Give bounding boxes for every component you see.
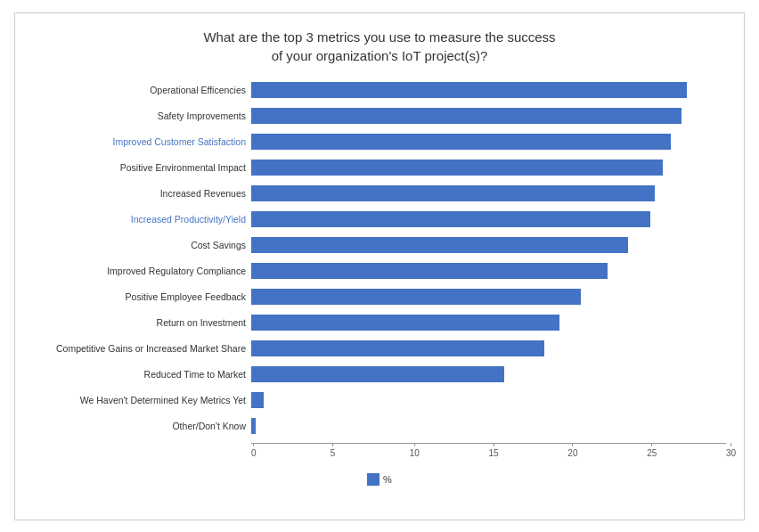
x-axis-area: 051015202530 — [251, 443, 726, 470]
bar-fill — [251, 82, 687, 98]
bar-track — [251, 263, 726, 279]
x-tick: 10 — [410, 443, 420, 458]
bar-track — [251, 82, 726, 98]
bar-fill — [251, 289, 581, 305]
bar-label: Increased Revenues — [33, 188, 251, 199]
bar-fill — [251, 263, 608, 279]
bar-label: Positive Environmental Impact — [33, 162, 251, 173]
bar-fill — [251, 237, 628, 253]
x-tick-label: 10 — [410, 448, 420, 458]
chart-title: What are the top 3 metrics you use to me… — [33, 28, 726, 65]
bar-label: Other/Don't Know — [33, 421, 251, 431]
bar-track — [251, 315, 726, 331]
x-tick-line — [253, 443, 254, 446]
x-tick-label: 30 — [726, 448, 736, 458]
bar-fill — [251, 392, 264, 408]
bar-track — [251, 211, 726, 227]
bar-row: Increased Productivity/Yield — [33, 207, 726, 232]
chart-area: Operational EfficenciesSafety Improvemen… — [33, 78, 726, 486]
bar-row: Safety Improvements — [33, 103, 726, 128]
bar-row: Improved Customer Satisfaction — [33, 129, 726, 154]
x-tick-line — [730, 443, 731, 446]
bar-fill — [251, 366, 504, 382]
x-tick-label: 20 — [567, 448, 577, 458]
bar-track — [251, 185, 726, 201]
bar-label: Improved Customer Satisfaction — [33, 136, 251, 147]
bar-row: Other/Don't Know — [33, 413, 726, 438]
x-tick-line — [651, 443, 652, 446]
bar-track — [251, 237, 726, 253]
x-tick-label: 25 — [647, 448, 657, 458]
bar-row: Competitive Gains or Increased Market Sh… — [33, 336, 726, 361]
bar-fill — [251, 160, 663, 176]
bar-chart: Operational EfficenciesSafety Improvemen… — [33, 78, 726, 439]
bar-fill — [251, 211, 650, 227]
bar-label: Increased Productivity/Yield — [33, 214, 251, 225]
bar-track — [251, 108, 726, 124]
bar-fill — [251, 185, 655, 201]
bar-label: Reduced Time to Market — [33, 369, 251, 380]
x-tick-line — [414, 443, 415, 446]
bar-row: Cost Savings — [33, 233, 726, 258]
x-tick-label: 0 — [251, 448, 257, 458]
bar-label: Return on Investment — [33, 317, 251, 328]
legend-area: % — [33, 473, 726, 486]
bar-row: Increased Revenues — [33, 181, 726, 206]
bar-fill — [251, 315, 559, 331]
bar-track — [251, 418, 726, 434]
x-tick: 15 — [489, 443, 499, 458]
bar-label: We Haven't Determined Key Metrics Yet — [33, 395, 251, 405]
x-tick: 30 — [726, 443, 736, 458]
x-tick-line — [332, 443, 333, 446]
x-tick-line — [494, 443, 494, 446]
bar-label: Operational Efficencies — [33, 85, 251, 95]
bar-row: We Haven't Determined Key Metrics Yet — [33, 388, 726, 413]
bar-fill — [251, 340, 544, 356]
bar-row: Positive Environmental Impact — [33, 155, 726, 180]
title-line1: What are the top 3 metrics you use to me… — [203, 29, 555, 45]
x-tick: 25 — [647, 443, 657, 458]
bar-fill — [251, 418, 256, 434]
bar-track — [251, 160, 726, 176]
bar-track — [251, 392, 726, 408]
x-tick-line — [572, 443, 573, 446]
bar-row: Improved Regulatory Compliance — [33, 258, 726, 283]
x-tick-label: 5 — [331, 448, 336, 458]
x-tick-label: 15 — [489, 448, 499, 458]
bar-fill — [251, 108, 681, 124]
bar-label: Safety Improvements — [33, 110, 251, 121]
bar-label: Cost Savings — [33, 240, 251, 250]
bar-label: Positive Employee Feedback — [33, 291, 251, 302]
title-line2: of your organization's IoT project(s)? — [272, 48, 488, 63]
chart-container: What are the top 3 metrics you use to me… — [14, 12, 745, 520]
bar-row: Positive Employee Feedback — [33, 284, 726, 309]
bar-label: Competitive Gains or Increased Market Sh… — [33, 343, 251, 354]
bar-track — [251, 289, 726, 305]
legend-color-box — [367, 473, 380, 486]
bar-row: Return on Investment — [33, 310, 726, 335]
legend-label: % — [383, 474, 392, 485]
x-tick: 20 — [567, 443, 577, 458]
bar-row: Reduced Time to Market — [33, 362, 726, 387]
bar-track — [251, 340, 726, 356]
bar-track — [251, 134, 726, 150]
bar-row: Operational Efficencies — [33, 78, 726, 102]
x-tick: 5 — [331, 443, 336, 458]
x-tick: 0 — [251, 443, 257, 458]
bar-fill — [251, 134, 671, 150]
bar-label: Improved Regulatory Compliance — [33, 266, 251, 276]
bar-track — [251, 366, 726, 382]
